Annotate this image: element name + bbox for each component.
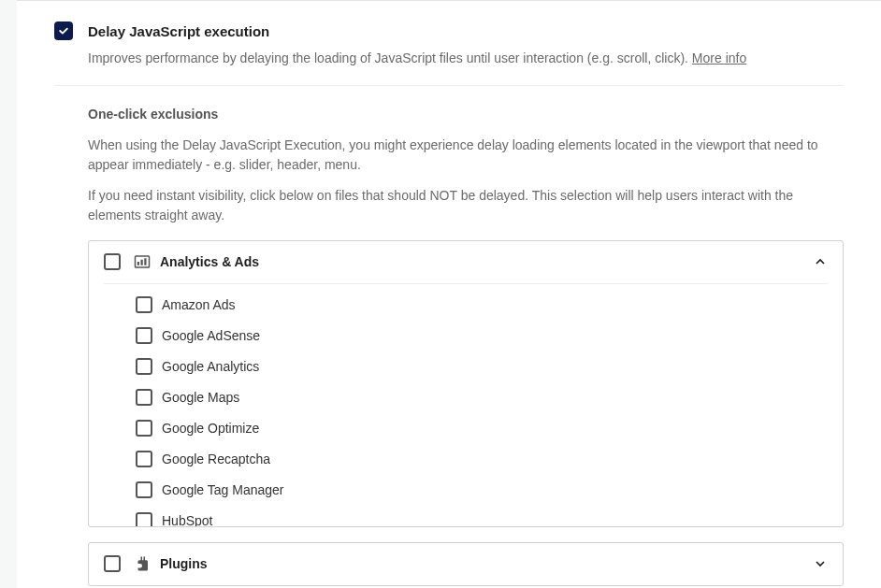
- item-checkbox[interactable]: [136, 420, 152, 437]
- item-label: Google Recaptcha: [162, 450, 270, 469]
- accordion-header-plugins[interactable]: Plugins: [89, 543, 843, 585]
- divider: [54, 85, 844, 86]
- list-item: Amazon Ads: [108, 290, 824, 321]
- checkmark-icon: [58, 25, 69, 36]
- list-item: Google Analytics: [108, 351, 824, 382]
- item-checkbox[interactable]: [136, 296, 152, 313]
- list-item: Google Recaptcha: [108, 444, 824, 475]
- list-item: Google AdSense: [108, 321, 824, 351]
- item-label: Google Tag Manager: [162, 480, 284, 500]
- setting-title: Delay JavaScript execution: [88, 22, 844, 43]
- accordion-title-plugins: Plugins: [160, 554, 813, 574]
- accordion-analytics: Analytics & Ads Amazon Ads Google AdSens…: [88, 240, 844, 527]
- exclusions-para-1: When using the Delay JavaScript Executio…: [88, 136, 844, 175]
- plugins-icon: [134, 555, 151, 572]
- exclusions-heading: One-click exclusions: [88, 105, 844, 124]
- group-checkbox-plugins[interactable]: [104, 555, 121, 572]
- item-label: Google AdSense: [162, 326, 260, 346]
- item-checkbox[interactable]: [136, 327, 152, 344]
- accordion-header-analytics[interactable]: Analytics & Ads: [89, 241, 843, 283]
- item-checkbox[interactable]: [136, 389, 152, 406]
- chevron-up-icon: [813, 254, 828, 269]
- accordion-title-analytics: Analytics & Ads: [160, 252, 813, 272]
- item-label: Google Optimize: [162, 419, 259, 438]
- item-checkbox[interactable]: [136, 451, 152, 467]
- list-item: Google Tag Manager: [108, 475, 824, 506]
- item-checkbox[interactable]: [136, 481, 152, 498]
- accordion-plugins: Plugins: [88, 542, 844, 586]
- item-label: Google Maps: [162, 388, 239, 408]
- delay-js-checkbox[interactable]: [54, 22, 73, 40]
- group-checkbox-analytics[interactable]: [104, 253, 121, 270]
- accordion-body-analytics[interactable]: Amazon Ads Google AdSense Google Analyti…: [104, 283, 828, 526]
- item-label: HubSpot: [162, 511, 212, 526]
- item-checkbox[interactable]: [136, 512, 152, 526]
- svg-rect-1: [137, 262, 139, 265]
- list-item: Google Maps: [108, 382, 824, 413]
- exclusions-para-2: If you need instant visibility, click be…: [88, 186, 844, 225]
- item-label: Amazon Ads: [162, 295, 236, 315]
- analytics-icon: [134, 253, 151, 270]
- more-info-link[interactable]: More info: [692, 50, 746, 65]
- svg-rect-2: [141, 260, 143, 265]
- item-checkbox[interactable]: [136, 358, 152, 375]
- setting-description: Improves performance by delaying the loa…: [88, 49, 844, 68]
- item-label: Google Analytics: [162, 357, 259, 377]
- chevron-down-icon: [813, 556, 828, 571]
- svg-rect-3: [144, 258, 146, 265]
- list-item: HubSpot: [108, 506, 824, 526]
- list-item: Google Optimize: [108, 413, 824, 444]
